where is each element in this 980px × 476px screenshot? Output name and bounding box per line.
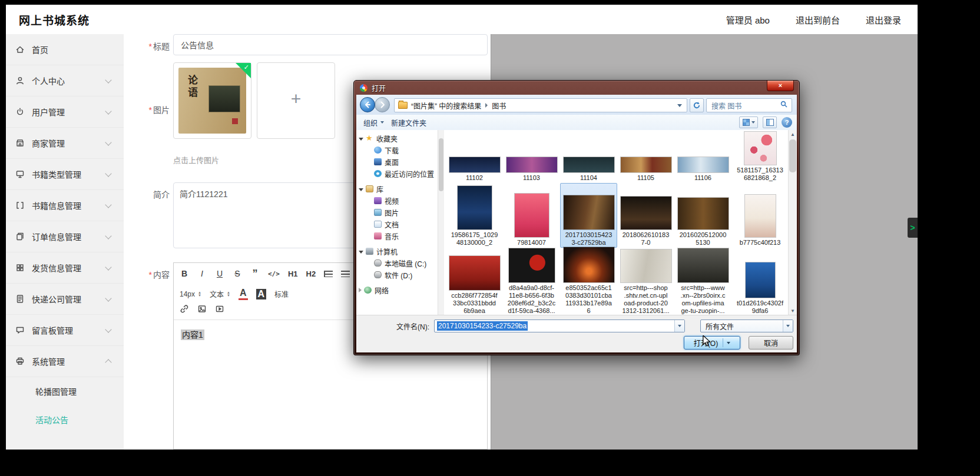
file-item-selected[interactable]: 2017103015423 3-c27529ba xyxy=(560,183,617,248)
font-family-stepper[interactable]: 文本 ▲▼ xyxy=(210,289,230,299)
panel-expand-tab[interactable]: > xyxy=(908,218,918,238)
video-icon[interactable] xyxy=(215,304,224,316)
file-item[interactable]: src=http---shop .shtv.net.cn-upl oad-pro… xyxy=(617,245,674,315)
sidebar-item-courier-company-management[interactable]: 快递公司管理 xyxy=(6,284,124,315)
sidebar-item-book-type-management[interactable]: 书籍类型管理 xyxy=(6,159,124,190)
filetype-dropdown[interactable] xyxy=(783,320,793,332)
expand-arrow-icon[interactable] xyxy=(359,288,362,292)
tree-item-videos[interactable]: 视频 xyxy=(356,195,438,207)
forward-button[interactable] xyxy=(375,97,390,112)
tree-item-downloads[interactable]: 下载 xyxy=(356,144,438,156)
tree-item-recent-places[interactable]: 最近访问的位置 xyxy=(356,168,438,179)
new-folder-button[interactable]: 新建文件夹 xyxy=(391,118,426,128)
search-icon[interactable] xyxy=(780,100,788,111)
tree-item-local-disk-c[interactable]: 本地磁盘 (C:) xyxy=(356,257,438,269)
sidebar-item-home[interactable]: 首页 xyxy=(6,34,124,65)
organize-menu[interactable]: 组织 xyxy=(363,118,384,128)
breadcrumb-folder[interactable]: 图书 xyxy=(492,101,506,111)
tree-item-desktop[interactable]: 桌面 xyxy=(356,156,438,168)
sidebar-subitem-activity-announcement[interactable]: 活动公告 xyxy=(6,405,124,434)
filename-value[interactable]: 20171030154233-c27529ba xyxy=(437,321,528,331)
address-breadcrumb[interactable]: “图片集” 中的搜索结果 图书 xyxy=(394,98,687,112)
tree-scrollbar[interactable] xyxy=(438,130,444,315)
file-item[interactable]: 2018062610183 7-0 xyxy=(617,183,674,248)
file-item[interactable]: 11102 xyxy=(446,130,503,183)
blockquote-button[interactable]: ” xyxy=(250,271,260,277)
sidebar-item-user-management[interactable]: 用户管理 xyxy=(6,96,124,128)
scrollbar-thumb[interactable] xyxy=(789,139,796,172)
font-color-button[interactable]: A xyxy=(239,288,248,300)
expand-arrow-icon[interactable] xyxy=(359,251,363,254)
underline-button[interactable]: U xyxy=(215,269,224,278)
filename-input[interactable]: 20171030154233-c27529ba xyxy=(434,319,685,332)
breadcrumb-search-results[interactable]: “图片集” 中的搜索结果 xyxy=(411,101,481,111)
sidebar-item-shipping-info-management[interactable]: 发货信息管理 xyxy=(6,252,124,284)
back-button[interactable] xyxy=(360,97,375,112)
address-dropdown-icon[interactable] xyxy=(677,104,682,107)
tree-item-disk-d[interactable]: 软件 (D:) xyxy=(356,269,438,281)
logout-link[interactable]: 退出登录 xyxy=(866,14,901,26)
highlight-color-button[interactable]: A xyxy=(256,289,267,299)
change-view-button[interactable] xyxy=(739,116,758,128)
sidebar-item-merchant-management[interactable]: 商家管理 xyxy=(6,128,124,159)
link-icon[interactable] xyxy=(180,304,189,316)
sidebar-item-personal-center[interactable]: 个人中心 xyxy=(6,65,124,96)
file-item[interactable]: 5181157_16313 6821868_2 xyxy=(731,130,789,183)
sidebar-item-message-board-management[interactable]: 留言板管理 xyxy=(6,315,124,346)
italic-button[interactable]: I xyxy=(197,269,207,278)
bullet-list-button[interactable] xyxy=(341,271,350,277)
admin-user-link[interactable]: 管理员 abo xyxy=(726,14,770,26)
ordered-list-button[interactable] xyxy=(324,271,333,277)
sidebar-subitem-carousel-management[interactable]: 轮播图管理 xyxy=(6,377,124,405)
strikethrough-button[interactable]: S xyxy=(233,269,242,278)
tree-item-computer[interactable]: 计算机 xyxy=(356,245,438,257)
tree-item-libraries[interactable]: 库 xyxy=(356,183,438,195)
help-button[interactable]: ? xyxy=(782,117,792,128)
tree-item-music[interactable]: 音乐 xyxy=(356,230,438,242)
scroll-down-icon[interactable]: ▼ xyxy=(789,307,797,315)
code-button[interactable]: </> xyxy=(268,270,280,278)
scrollbar-thumb[interactable] xyxy=(439,138,443,191)
font-size-stepper[interactable]: 14px ▲▼ xyxy=(180,290,201,298)
file-item[interactable]: d8a4a9a0-d8cf- 11e8-b656-6f3b 208ef6d2_b… xyxy=(503,245,560,315)
dialog-titlebar[interactable]: 打开 xyxy=(360,83,386,93)
preview-pane-button[interactable] xyxy=(763,116,777,128)
tree-item-documents[interactable]: 文档 xyxy=(356,218,438,230)
refresh-button[interactable] xyxy=(690,98,704,112)
filetype-select[interactable]: 所有文件 xyxy=(700,319,793,332)
image-icon[interactable] xyxy=(197,304,207,316)
search-input[interactable]: 搜索 图书 xyxy=(706,98,792,112)
file-item[interactable]: 2016020512000 5130 xyxy=(674,183,731,248)
bold-button[interactable]: B xyxy=(180,269,189,278)
uploaded-image-box[interactable]: 论语 ✓ xyxy=(173,62,251,139)
sidebar-item-order-info-management[interactable]: 订单信息管理 xyxy=(6,221,124,252)
add-image-box[interactable]: + xyxy=(257,62,335,139)
file-item[interactable]: src=http---www .xn--2brs0oirx.c om-upfil… xyxy=(674,245,731,315)
sidebar-item-system-management[interactable]: 系统管理 xyxy=(6,346,124,377)
tree-item-pictures[interactable]: 图片 xyxy=(356,207,438,218)
file-item[interactable]: 79814007 xyxy=(503,183,560,248)
heading1-button[interactable]: H1 xyxy=(288,269,298,278)
file-item[interactable]: 19586175_1029 48130000_2 xyxy=(446,183,503,248)
sidebar-item-book-info-management[interactable]: 书籍信息管理 xyxy=(6,190,124,221)
file-item[interactable]: ccb286f772854f 33bc0331bbdd 6b9aea xyxy=(446,245,503,315)
file-item[interactable]: t01d2619c4302f 9dfa6 xyxy=(731,245,789,315)
scroll-up-icon[interactable]: ▲ xyxy=(789,130,797,138)
expand-arrow-icon[interactable] xyxy=(359,138,363,141)
title-input[interactable]: 公告信息 xyxy=(173,34,488,55)
exit-to-front-link[interactable]: 退出到前台 xyxy=(796,14,840,26)
format-select[interactable]: 标准 xyxy=(274,289,289,299)
file-item[interactable]: 11106 xyxy=(674,130,731,183)
open-button[interactable]: 打开(O) xyxy=(684,336,740,349)
file-item[interactable]: 11105 xyxy=(617,130,674,183)
tree-item-favorites[interactable]: ★ 收藏夹 xyxy=(356,132,438,144)
file-item[interactable]: b7775c40f213 xyxy=(731,183,789,248)
expand-arrow-icon[interactable] xyxy=(359,188,363,191)
tree-item-network[interactable]: 网络 xyxy=(356,284,438,296)
heading2-button[interactable]: H2 xyxy=(306,269,316,278)
file-item[interactable]: e850352ac65c1 0383d30101cba 119313b17e89… xyxy=(560,245,617,315)
filename-dropdown[interactable] xyxy=(674,320,684,332)
file-item[interactable]: 11104 xyxy=(560,130,617,183)
cancel-button[interactable]: 取消 xyxy=(749,336,793,349)
file-item[interactable]: 11103 xyxy=(503,130,560,183)
